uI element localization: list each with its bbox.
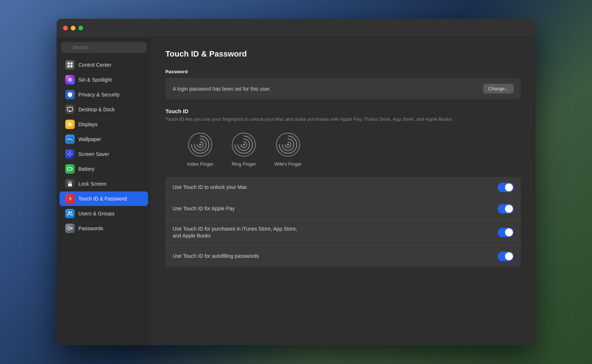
wallpaper-icon [65, 135, 75, 144]
window-content: 🔍 Control Center [57, 38, 535, 345]
fingerprint-label-wife: Wife's Finger [274, 161, 301, 167]
fingerprints-row: Index Finger Ring Finger [165, 132, 521, 167]
touchid-section: Touch ID Touch ID lets you use your fing… [165, 108, 521, 267]
svg-rect-0 [67, 62, 70, 65]
sidebar-item-label: Desktop & Dock [78, 107, 115, 112]
system-preferences-window: 🔍 Control Center [57, 19, 535, 345]
fingerprint-label-index: Index Finger [187, 161, 213, 167]
password-section-label: Password [165, 69, 521, 74]
svg-rect-13 [68, 183, 72, 186]
toggle-unlock-label: Use Touch ID to unlock your Mac [173, 184, 498, 191]
page-title: Touch ID & Password [165, 49, 521, 59]
svg-point-5 [69, 79, 71, 81]
toggle-applepay-label: Use Touch ID for Apple Pay [173, 205, 498, 212]
svg-point-8 [69, 123, 71, 126]
touchid-description: Touch ID lets you use your fingerprint t… [165, 116, 521, 123]
search-container: 🔍 [57, 42, 151, 57]
sidebar-item-label: Battery [78, 166, 94, 172]
sidebar-item-touchid[interactable]: Touch ID & Password [59, 191, 148, 206]
password-box: A login password has been set for this u… [165, 78, 521, 99]
fingerprint-icon-ring [231, 132, 257, 158]
search-wrapper: 🔍 [61, 42, 147, 53]
sidebar-item-desktop[interactable]: Desktop & Dock [59, 102, 148, 117]
svg-rect-1 [70, 62, 73, 65]
lockscreen-icon [65, 179, 75, 189]
sidebar-item-label: Wallpaper [78, 136, 101, 142]
passwords-icon [65, 224, 75, 233]
sidebar-item-displays[interactable]: Displays [59, 117, 148, 132]
svg-rect-3 [70, 65, 73, 67]
toggle-row-itunes: Use Touch ID for purchases in iTunes Sto… [165, 220, 521, 246]
sidebar-item-privacy[interactable]: Privacy & Security [59, 87, 148, 102]
change-password-button[interactable]: Change... [483, 84, 514, 94]
sidebar-item-label: Siri & Spotlight [78, 77, 112, 83]
search-input[interactable] [61, 42, 147, 53]
sidebar-item-passwords[interactable]: Passwords [59, 221, 148, 236]
screensaver-icon [65, 149, 75, 159]
sidebar-item-label: Privacy & Security [78, 92, 120, 98]
close-button[interactable] [63, 26, 68, 30]
sidebar-item-control-center[interactable]: Control Center [59, 58, 148, 72]
toggle-itunes[interactable] [498, 228, 514, 237]
sidebar-item-users[interactable]: Users & Groups [59, 206, 148, 221]
touchid-icon [65, 194, 75, 203]
toggles-box: Use Touch ID to unlock your Mac Use Touc… [165, 177, 521, 267]
password-status-text: A login password has been set for this u… [173, 86, 271, 92]
svg-point-22 [287, 144, 289, 146]
control-center-icon [65, 60, 75, 70]
sidebar-item-label: Touch ID & Password [78, 196, 127, 202]
battery-icon [65, 164, 75, 174]
main-content: Touch ID & Password Password A login pas… [151, 38, 535, 345]
toggle-autofill-label: Use Touch ID for autofilling passwords [173, 253, 498, 260]
toggle-autofill[interactable] [498, 252, 514, 261]
sidebar: 🔍 Control Center [57, 38, 151, 345]
fingerprint-icon-wife [275, 132, 301, 158]
fingerprint-label-ring: Ring Finger [232, 161, 256, 167]
toggle-row-autofill: Use Touch ID for autofilling passwords [165, 246, 521, 267]
users-icon [65, 209, 75, 218]
svg-rect-7 [69, 111, 71, 112]
maximize-button[interactable] [78, 26, 83, 30]
toggle-row-unlock: Use Touch ID to unlock your Mac [165, 177, 521, 198]
svg-point-16 [68, 227, 71, 230]
sidebar-item-siri[interactable]: Siri & Spotlight [59, 73, 148, 87]
sidebar-item-label: Users & Groups [78, 211, 115, 216]
fingerprint-index[interactable]: Index Finger [187, 132, 213, 167]
displays-icon [65, 120, 75, 129]
sidebar-item-screensaver[interactable]: Screen Saver [59, 147, 148, 161]
toggle-applepay[interactable] [498, 204, 514, 214]
sidebar-item-label: Displays [78, 121, 98, 127]
desktop-icon [65, 105, 75, 114]
svg-point-18 [199, 144, 201, 146]
minimize-button[interactable] [71, 26, 75, 30]
fingerprint-icon-index [187, 132, 213, 158]
fingerprint-wife[interactable]: Wife's Finger [274, 132, 301, 167]
siri-icon [65, 75, 75, 84]
sidebar-item-label: Control Center [78, 62, 111, 68]
svg-rect-2 [67, 65, 70, 67]
toggle-itunes-label: Use Touch ID for purchases in iTunes Sto… [173, 226, 498, 240]
titlebar [57, 19, 535, 38]
fingerprint-ring[interactable]: Ring Finger [231, 132, 257, 167]
svg-rect-11 [72, 168, 73, 170]
toggle-row-applepay: Use Touch ID for Apple Pay [165, 198, 521, 220]
sidebar-item-label: Screen Saver [78, 151, 109, 157]
touchid-title: Touch ID [165, 108, 521, 114]
svg-rect-6 [67, 107, 73, 111]
sidebar-item-lockscreen[interactable]: Lock Screen [59, 177, 148, 191]
svg-point-20 [243, 144, 245, 146]
svg-rect-12 [68, 168, 71, 170]
sidebar-item-battery[interactable]: Battery [59, 162, 148, 176]
privacy-icon [65, 90, 75, 99]
toggle-unlock[interactable] [498, 183, 514, 192]
svg-point-14 [69, 212, 70, 214]
svg-point-15 [71, 212, 72, 213]
sidebar-item-label: Lock Screen [78, 181, 107, 187]
sidebar-item-label: Passwords [78, 226, 103, 231]
sidebar-item-wallpaper[interactable]: Wallpaper [59, 132, 148, 146]
